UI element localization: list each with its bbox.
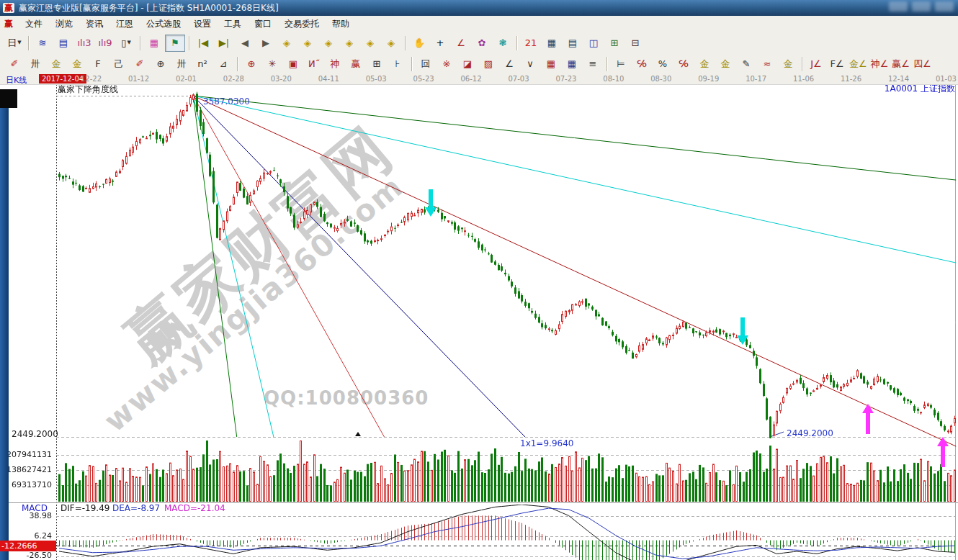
menu-item-0[interactable]: 文件 — [19, 16, 49, 32]
next-bar-icon[interactable]: ▶ — [256, 35, 276, 52]
gann-box-fan-icon[interactable]: ◪ — [457, 55, 478, 73]
gann-diamond-all-icon[interactable]: ◈ — [381, 35, 401, 52]
price-volume-macd-canvas[interactable] — [0, 84, 958, 560]
peak-price-annotation: 3587.0300 — [203, 97, 250, 107]
date-tick: 01-03 — [936, 75, 957, 83]
candle-period-icon[interactable]: ▯▼ — [116, 35, 136, 52]
menu-item-3[interactable]: 江恩 — [109, 16, 140, 32]
gold-cycle-icon[interactable]: 金 — [46, 55, 66, 73]
menu-item-4[interactable]: 公式选股 — [140, 16, 187, 32]
quote-mark-icon[interactable]: И˝ — [304, 55, 324, 73]
shen-angle-icon[interactable]: 神∠ — [869, 55, 890, 73]
toolbar-separator — [140, 36, 140, 50]
f-angle-icon[interactable]: F∠ — [827, 55, 847, 73]
wave-ab-icon[interactable]: ≈ — [757, 55, 777, 73]
gann-box-icon[interactable]: 回 — [416, 55, 436, 73]
save-icon[interactable]: ◫ — [583, 35, 604, 52]
gold-line2-icon[interactable]: 金 — [778, 55, 798, 73]
trend-overlay-icon[interactable]: ≋ — [32, 35, 53, 52]
gold-line-icon[interactable]: 金 — [715, 55, 735, 73]
gann-diamond-vexpand-icon[interactable]: ◈ — [360, 35, 380, 52]
last-page-icon[interactable]: ▶| — [214, 35, 234, 52]
toolbar-separator — [237, 57, 238, 71]
date-tick: 05-03 — [366, 75, 387, 83]
shen-tool-icon[interactable]: 神 — [325, 55, 345, 73]
parallel-lines-icon[interactable]: ≡ — [583, 55, 603, 73]
vee-tool-icon[interactable]: ∨ — [520, 55, 540, 73]
low-price-annotation: 2449.2000 — [787, 429, 833, 438]
menu-item-5[interactable]: 设置 — [187, 16, 218, 32]
date-tick: 09-19 — [698, 75, 719, 83]
calendar-icon[interactable]: 21 — [521, 35, 541, 52]
ying-angle-icon[interactable]: 赢∠ — [890, 55, 911, 73]
circle-cross-icon[interactable]: ⊕ — [241, 55, 261, 73]
macd-axis-highlight: -12.2666 — [0, 541, 56, 551]
export-icon[interactable]: ⊞ — [604, 35, 625, 52]
gann-flower-icon[interactable]: ✿ — [472, 35, 492, 52]
calculator-icon[interactable]: ▦ — [542, 35, 562, 52]
angle-flip-icon[interactable]: ⊿ — [213, 55, 233, 73]
period-label: 日K线 — [6, 75, 27, 86]
first-page-icon[interactable]: |◀ — [193, 35, 213, 52]
crosshair-icon[interactable]: + — [430, 35, 450, 52]
menu-item-6[interactable]: 工具 — [218, 16, 248, 32]
gann-diamond-right-icon[interactable]: ◈ — [297, 35, 318, 52]
layout-select-icon[interactable]: 日▼ — [4, 35, 24, 52]
ying-tool-icon[interactable]: 赢 — [346, 55, 366, 73]
menu-item-1[interactable]: 浏览 — [49, 16, 79, 32]
fibo-f-icon[interactable]: F — [88, 55, 108, 73]
bar9-period-icon[interactable]: ılı9 — [95, 35, 115, 52]
left-edge-strip — [0, 108, 9, 560]
gann-diamond-left-icon[interactable]: ◈ — [277, 35, 297, 52]
bar-cycle-icon[interactable]: 卅 — [171, 55, 192, 73]
gann-fan-icon[interactable]: ※ — [437, 55, 457, 73]
app-logo-icon: 赢 — [3, 3, 14, 13]
blue-grid-icon[interactable]: ▦ — [562, 55, 582, 73]
print-icon[interactable]: ⊟ — [625, 35, 645, 52]
measure-pen-icon[interactable]: ✎ — [736, 55, 756, 73]
symbol-label: 1A0001 上证指数 — [885, 84, 955, 94]
si-angle-icon[interactable]: 四∠ — [912, 55, 933, 73]
date-tick: 12-14 — [888, 75, 909, 83]
j-angle-icon[interactable]: J∠ — [806, 55, 826, 73]
info-board-icon[interactable]: ▤ — [53, 35, 73, 52]
gann-diamond-hexpand-icon[interactable]: ◈ — [318, 35, 339, 52]
memo-icon[interactable]: ▤ — [563, 35, 583, 52]
draw-arrow-icon[interactable]: ✐ — [4, 55, 24, 73]
corner-black-box — [0, 89, 17, 108]
bar3-period-icon[interactable]: ılı3 — [74, 35, 94, 52]
red-grid-icon[interactable]: ▦ — [541, 55, 561, 73]
gann-grid-fan-icon[interactable]: ▨ — [478, 55, 498, 73]
menu-item-7[interactable]: 窗口 — [248, 16, 278, 32]
tick-tool-icon[interactable]: ⊦ — [388, 55, 408, 73]
color-flag-icon[interactable]: ⚑ — [165, 35, 185, 52]
gold-angle-icon[interactable]: 金∠ — [848, 55, 869, 73]
percent-wave-icon[interactable]: ℅ — [632, 55, 652, 73]
circle-grid-icon[interactable]: ▣ — [283, 55, 303, 73]
n2-cycle-icon[interactable]: n² — [192, 55, 212, 73]
menu-item-8[interactable]: 交易委托 — [278, 16, 326, 32]
menu-item-2[interactable]: 资讯 — [79, 16, 109, 32]
price-ruler-icon[interactable]: ⊨ — [611, 55, 631, 73]
angle-measure-icon[interactable]: ∠ — [451, 35, 471, 52]
gold-cycle2-icon[interactable]: 金 — [67, 55, 87, 73]
wave-tool-icon[interactable]: ❃ — [493, 35, 513, 52]
grid-123-icon[interactable]: ⊞ — [367, 55, 387, 73]
macd-hist-value: MACD=-21.04 — [164, 504, 225, 513]
clock-cycle-icon[interactable]: ⊕ — [151, 55, 171, 73]
time-cycle-icon[interactable]: 卅 — [25, 55, 45, 73]
pink-pattern-icon[interactable]: ▦ — [144, 35, 164, 52]
window-controls-blurred[interactable] — [889, 1, 954, 12]
gann-1x1-annotation: 1x1=9.9640 — [520, 439, 573, 448]
gann-diamond-hshrink-icon[interactable]: ◈ — [339, 35, 359, 52]
trend-angle-icon[interactable]: ∠ — [499, 55, 519, 73]
spiral-icon[interactable]: 己 — [109, 55, 129, 73]
circle-star-icon[interactable]: ✳ — [262, 55, 282, 73]
prev-bar-icon[interactable]: ◀ — [235, 35, 255, 52]
draw-line-icon[interactable]: ✐ — [130, 55, 150, 73]
percent-line-icon[interactable]: ℅ — [673, 55, 694, 73]
menu-item-9[interactable]: 帮助 — [326, 16, 356, 32]
drag-hand-icon[interactable]: ✋ — [409, 35, 429, 52]
gold-circle-icon[interactable]: 金 — [694, 55, 715, 73]
percent-icon[interactable]: % — [653, 55, 673, 73]
